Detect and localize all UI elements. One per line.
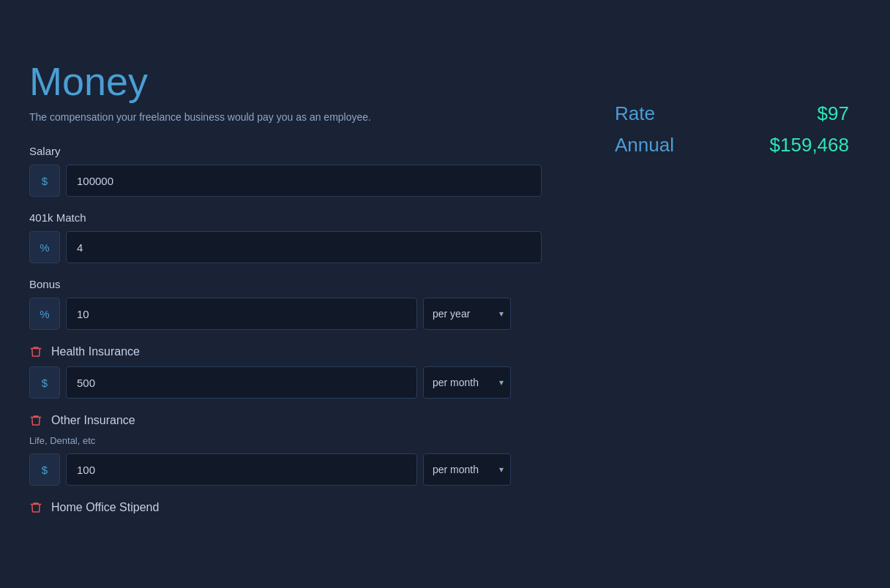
page-title: Money [29, 59, 542, 104]
rate-label: Rate [615, 102, 717, 125]
rate-panel: Rate $97 Annual $159,468 [615, 102, 849, 157]
match401k-row: % [29, 231, 542, 263]
trash-icon-other: path { stroke: #e05252; stroke-width: 2;… [29, 413, 42, 428]
right-panel: Rate $97 Annual $159,468 [571, 59, 849, 522]
other-insurance-header: path { stroke: #e05252; stroke-width: 2;… [29, 413, 542, 428]
match401k-prefix: % [29, 231, 60, 263]
other-insurance-row: $ per month per year [29, 453, 542, 486]
trash-icon: path { stroke: #e05252; stroke-width: 2;… [29, 344, 42, 359]
salary-row: $ [29, 165, 542, 197]
rate-value: $97 [747, 102, 849, 125]
bonus-per-unit-wrapper: per year per month [423, 298, 511, 330]
health-insurance-per-unit-select[interactable]: per month per year [423, 366, 511, 399]
annual-value: $159,468 [747, 134, 849, 157]
health-insurance-delete-icon[interactable]: path { stroke: #e05252; stroke-width: 2;… [29, 344, 42, 359]
match401k-input[interactable] [66, 231, 542, 263]
health-insurance-prefix: $ [29, 366, 60, 399]
health-insurance-input[interactable] [66, 366, 417, 399]
salary-label: Salary [29, 145, 542, 157]
health-insurance-row: $ per month per year [29, 366, 542, 399]
bonus-input[interactable] [66, 298, 417, 330]
health-insurance-label: Health Insurance [51, 345, 140, 358]
page-subtitle: The compensation your freelance business… [29, 111, 542, 123]
annual-label: Annual [615, 134, 717, 157]
other-insurance-delete-icon[interactable]: path { stroke: #e05252; stroke-width: 2;… [29, 413, 42, 428]
home-office-label: Home Office Stipend [51, 501, 159, 514]
other-insurance-subtitle: Life, Dental, etc [29, 435, 542, 446]
other-insurance-label: Other Insurance [51, 414, 135, 427]
home-office-header: path { stroke: #e05252; stroke-width: 2;… [29, 500, 542, 515]
salary-prefix: $ [29, 165, 60, 197]
other-insurance-per-unit-wrapper: per month per year [423, 453, 511, 486]
health-insurance-header: path { stroke: #e05252; stroke-width: 2;… [29, 344, 542, 359]
health-insurance-per-unit-wrapper: per month per year [423, 366, 511, 399]
other-insurance-input[interactable] [66, 453, 417, 486]
left-panel: Money The compensation your freelance bu… [29, 59, 542, 522]
other-insurance-prefix: $ [29, 453, 60, 486]
home-office-delete-icon[interactable]: path { stroke: #e05252; stroke-width: 2;… [29, 500, 42, 515]
match401k-label: 401k Match [29, 211, 542, 224]
other-insurance-per-unit-select[interactable]: per month per year [423, 453, 511, 486]
bonus-row: % per year per month [29, 298, 542, 330]
salary-input[interactable] [66, 165, 542, 197]
bonus-label: Bonus [29, 278, 542, 290]
trash-icon-home: path { stroke: #e05252; stroke-width: 2;… [29, 500, 42, 515]
bonus-prefix: % [29, 298, 60, 330]
bonus-per-unit-select[interactable]: per year per month [423, 298, 511, 330]
